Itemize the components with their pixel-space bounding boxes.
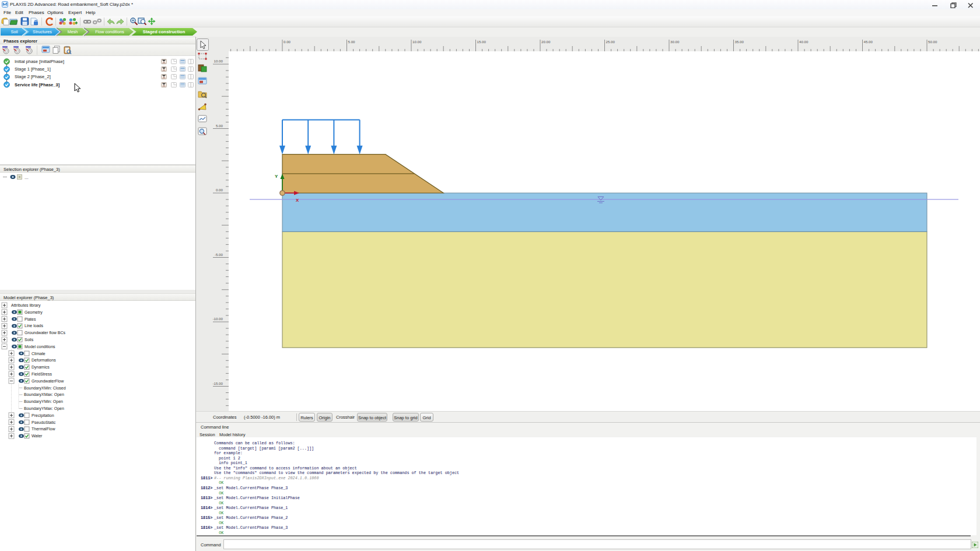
svg-text:...: ... bbox=[24, 175, 29, 180]
svg-text:Climate: Climate bbox=[32, 351, 46, 355]
svg-text:Structures: Structures bbox=[33, 29, 52, 34]
svg-text:ThermalFlow: ThermalFlow bbox=[32, 427, 55, 431]
svg-text:Precipitation: Precipitation bbox=[32, 413, 54, 417]
svg-text:Attributes library: Attributes library bbox=[11, 303, 41, 308]
svg-text:Plates: Plates bbox=[24, 317, 36, 321]
svg-text:10.00: 10.00 bbox=[214, 59, 223, 63]
svg-text:BoundaryYMax: Open: BoundaryYMax: Open bbox=[24, 406, 64, 411]
svg-text:-5.00: -5.00 bbox=[215, 252, 223, 257]
svg-text:Deformations: Deformations bbox=[32, 358, 56, 362]
svg-text:Geometry: Geometry bbox=[24, 310, 43, 314]
svg-text:10.00: 10.00 bbox=[412, 40, 422, 44]
svg-text:50.00: 50.00 bbox=[928, 40, 937, 44]
svg-text:BoundaryYMin: Open: BoundaryYMin: Open bbox=[24, 399, 63, 404]
svg-text:5.00: 5.00 bbox=[216, 124, 223, 128]
svg-text:Soils: Soils bbox=[24, 338, 34, 342]
svg-text:Flow conditions: Flow conditions bbox=[95, 29, 124, 34]
svg-text:FieldStress: FieldStress bbox=[32, 372, 52, 376]
svg-text:15.00: 15.00 bbox=[477, 40, 487, 44]
svg-text:Groundwater flow BCs: Groundwater flow BCs bbox=[24, 331, 66, 335]
svg-text:GroundwaterFlow: GroundwaterFlow bbox=[32, 378, 64, 382]
svg-text:Model conditions: Model conditions bbox=[24, 344, 55, 348]
svg-text:Soil: Soil bbox=[11, 29, 18, 34]
svg-text:25.00: 25.00 bbox=[606, 40, 615, 44]
svg-text:-15.00: -15.00 bbox=[212, 381, 223, 385]
svg-text:5.00: 5.00 bbox=[348, 40, 356, 44]
svg-text:Water: Water bbox=[32, 434, 43, 438]
svg-text:Y: Y bbox=[275, 174, 278, 179]
svg-text:30.00: 30.00 bbox=[670, 40, 680, 44]
svg-text:Staged construction: Staged construction bbox=[143, 29, 186, 34]
svg-text:PseudoStatic: PseudoStatic bbox=[32, 420, 56, 424]
svg-text:35.00: 35.00 bbox=[735, 40, 744, 44]
svg-text:X: X bbox=[296, 198, 299, 203]
svg-text:Dynamics: Dynamics bbox=[32, 365, 50, 370]
svg-text:40.00: 40.00 bbox=[799, 40, 808, 44]
svg-text:20.00: 20.00 bbox=[541, 40, 551, 44]
svg-text:Line loads: Line loads bbox=[24, 324, 43, 328]
svg-text:Mesh: Mesh bbox=[68, 29, 78, 34]
svg-text:BoundaryXMin: Closed: BoundaryXMin: Closed bbox=[24, 385, 66, 390]
svg-text:BoundaryXMax: Open: BoundaryXMax: Open bbox=[24, 392, 64, 397]
svg-text:0.00: 0.00 bbox=[284, 40, 291, 44]
svg-text:45.00: 45.00 bbox=[864, 40, 873, 44]
svg-text:-10.00: -10.00 bbox=[212, 317, 223, 321]
svg-text:0.00: 0.00 bbox=[216, 188, 223, 192]
